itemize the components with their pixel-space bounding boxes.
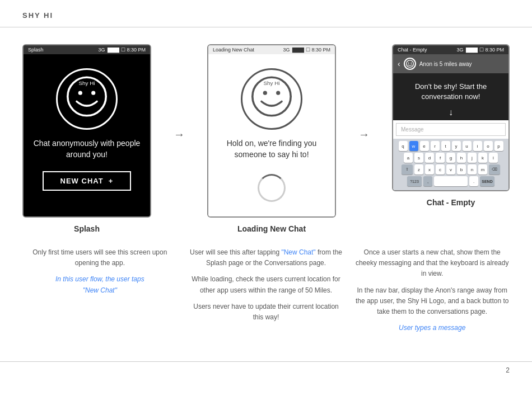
footer: 2 (0, 361, 532, 379)
chat-status-bar: Chat - Empty 3G ▇▇▇ ☐ 8:30 PM (393, 45, 508, 54)
chat-logo-icon (404, 58, 416, 70)
arrow-1: → (165, 44, 193, 141)
svg-point-9 (408, 63, 409, 64)
key-q[interactable]: q (399, 141, 408, 151)
chat-screen-group: Chat - Empty 3G ▇▇▇ ☐ 8:30 PM ‹ An (392, 44, 510, 207)
svg-text:Shy Hi: Shy Hi (78, 80, 95, 86)
descriptions-area: Only first time users will see this scre… (22, 247, 510, 339)
key-a[interactable]: a (404, 153, 413, 163)
splash-label: Splash (74, 224, 100, 233)
chat-nav-bar: ‹ Anon is 5 miles away (393, 54, 508, 73)
chat-message-input[interactable]: Message (396, 123, 506, 136)
chat-desc-p1: Once a user starts a new chat, show them… (354, 247, 510, 280)
key-t[interactable]: t (441, 141, 450, 151)
chat-label: Chat - Empty (427, 198, 475, 207)
key-z[interactable]: z (414, 164, 423, 175)
splash-desc-p2: In this user flow, the user taps"New Cha… (22, 274, 178, 295)
key-v[interactable]: v (446, 164, 455, 175)
loading-desc-p2: While loading, check the users current l… (189, 274, 344, 295)
key-s[interactable]: s (414, 153, 423, 163)
chat-phone: Chat - Empty 3G ▇▇▇ ☐ 8:30 PM ‹ An (392, 44, 510, 191)
key-x[interactable]: x (425, 164, 434, 175)
key-o[interactable]: o (484, 141, 493, 151)
key-n[interactable]: n (468, 164, 477, 175)
key-u[interactable]: u (463, 141, 472, 151)
splash-desc-p1: Only first time users will see this scre… (22, 247, 178, 268)
keyboard-row-3: ⇧ z x c v b n m ⌫ (395, 164, 507, 175)
keyboard-row-2: a s d f g h j k l (395, 153, 507, 163)
key-m[interactable]: m (478, 164, 487, 175)
svg-point-10 (410, 63, 412, 64)
key-shift[interactable]: ⇧ (402, 164, 413, 175)
svg-point-5 (263, 91, 267, 95)
key-e[interactable]: e (420, 141, 429, 151)
key-123[interactable]: ?123 (407, 176, 422, 186)
key-d[interactable]: d (425, 153, 434, 163)
key-j[interactable]: j (468, 153, 477, 163)
splash-status-left: Splash (28, 47, 44, 53)
key-p[interactable]: p (494, 141, 503, 151)
chat-status-right: 3G ▇▇▇ ☐ 8:30 PM (456, 47, 504, 53)
svg-point-2 (91, 91, 95, 95)
splash-status-right: 3G ▇▇▇ ☐ 8:30 PM (98, 47, 146, 53)
back-chevron-icon[interactable]: ‹ (398, 59, 400, 68)
loading-spinner (258, 174, 286, 202)
app-title: SHY HI (22, 11, 53, 20)
key-r[interactable]: r (431, 141, 440, 151)
key-send[interactable]: SEND (480, 176, 494, 186)
chat-description: Once a user starts a new chat, show them… (354, 247, 510, 339)
key-space[interactable] (434, 176, 468, 186)
loading-desc-p1: User will see this after tapping "New Ch… (189, 247, 344, 268)
loading-status-right: 3G ▇▇▇ ☐ 8:30 PM (283, 47, 330, 53)
chat-desc-p2: In the nav bar, display the Anon's range… (354, 285, 510, 318)
key-w[interactable]: w (409, 141, 418, 151)
svg-point-8 (406, 60, 413, 68)
loading-phone: Loading New Chat 3G ▇▇▇ ☐ 8:30 PM Shy Hi (207, 44, 336, 218)
key-f[interactable]: f (436, 153, 445, 163)
keyboard-row-4: ?123 , . SEND (395, 176, 507, 186)
key-c[interactable]: c (436, 164, 445, 175)
splash-body: Shy Hi Chat anonymously with people arou… (24, 54, 150, 216)
new-chat-button[interactable]: NEW CHAT + (43, 171, 132, 191)
arrow-2: → (350, 44, 378, 141)
splash-phone: Splash 3G ▇▇▇ ☐ 8:30 PM Shy Hi (22, 44, 151, 218)
key-b[interactable]: b (457, 164, 466, 175)
loading-description: User will see this after tapping "New Ch… (189, 247, 344, 339)
loading-desc-p3: Users never have to update their current… (189, 301, 344, 323)
splash-status-bar: Splash 3G ▇▇▇ ☐ 8:30 PM (24, 45, 150, 54)
svg-point-6 (276, 91, 280, 95)
chat-arrow-down-icon: ↓ (393, 105, 508, 120)
splash-description: Only first time users will see this scre… (22, 247, 178, 339)
key-delete[interactable]: ⌫ (489, 164, 500, 175)
screens-row: Splash 3G ▇▇▇ ☐ 8:30 PM Shy Hi (22, 44, 510, 233)
loading-logo-circle: Shy Hi (241, 68, 302, 130)
loading-status-bar: Loading New Chat 3G ▇▇▇ ☐ 8:30 PM (208, 45, 335, 54)
loading-body: Shy Hi Hold on, we're finding you someon… (208, 54, 335, 216)
chat-nav-anon-text: Anon is 5 miles away (419, 61, 472, 67)
chat-hero-text: Don't be shy! Start the conversation now… (393, 73, 508, 105)
key-y[interactable]: y (452, 141, 461, 151)
page-number: 2 (506, 366, 510, 374)
splash-body-text: Chat anonymously with people around you! (32, 138, 142, 160)
loading-label: Loading New Chat (237, 224, 306, 233)
key-h[interactable]: h (457, 153, 466, 163)
loading-status-left: Loading New Chat (213, 47, 254, 53)
svg-text:Shy Hi: Shy Hi (263, 80, 279, 86)
keyboard-row-1: q w e r t y u i o p (395, 141, 507, 151)
chat-desc-p3: User types a message (354, 323, 510, 333)
header: SHY HI (0, 0, 532, 27)
key-g[interactable]: g (446, 153, 455, 163)
chat-keyboard: q w e r t y u i o p a s (393, 139, 508, 190)
key-comma[interactable]: , (423, 176, 432, 186)
loading-screen-group: Loading New Chat 3G ▇▇▇ ☐ 8:30 PM Shy Hi (207, 44, 336, 233)
key-l[interactable]: l (489, 153, 498, 163)
key-period[interactable]: . (469, 176, 478, 186)
chat-status-left: Chat - Empty (398, 47, 427, 53)
loading-body-text: Hold on, we're finding you someone to sa… (217, 138, 326, 160)
key-i[interactable]: i (473, 141, 482, 151)
main-content: Splash 3G ▇▇▇ ☐ 8:30 PM Shy Hi (0, 27, 532, 361)
splash-logo-circle: Shy Hi (56, 68, 118, 130)
key-k[interactable]: k (478, 153, 487, 163)
svg-point-1 (78, 91, 82, 95)
splash-screen-group: Splash 3G ▇▇▇ ☐ 8:30 PM Shy Hi (22, 44, 151, 233)
